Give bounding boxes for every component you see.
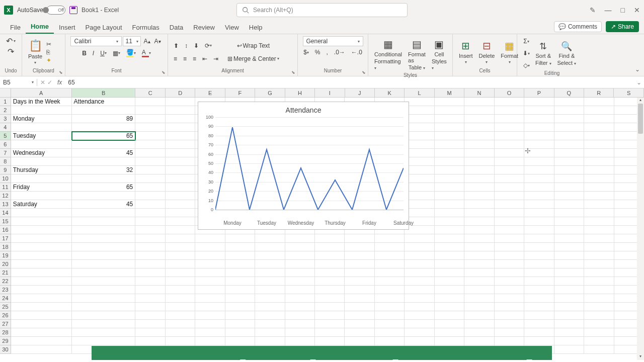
cell[interactable] <box>554 132 584 140</box>
cell[interactable]: Thursday <box>11 166 72 174</box>
cell[interactable] <box>405 260 434 268</box>
cell[interactable] <box>135 286 165 294</box>
column-header[interactable]: P <box>524 88 554 97</box>
cell[interactable] <box>315 286 345 294</box>
cell[interactable]: Days in the Week <box>11 98 72 106</box>
cell[interactable] <box>554 166 584 174</box>
cell[interactable] <box>345 311 374 320</box>
cell[interactable] <box>135 192 165 200</box>
cell[interactable] <box>72 157 136 166</box>
cell[interactable] <box>225 260 255 268</box>
column-header[interactable]: A <box>11 88 72 97</box>
cell[interactable] <box>225 337 255 345</box>
cell[interactable] <box>166 286 195 294</box>
cell[interactable] <box>584 166 614 174</box>
cell[interactable] <box>195 243 225 251</box>
column-header[interactable]: Q <box>554 88 584 97</box>
column-header[interactable]: I <box>315 88 345 97</box>
cell[interactable] <box>435 115 464 123</box>
cell[interactable] <box>405 106 434 115</box>
cell[interactable] <box>166 157 195 166</box>
cell[interactable] <box>464 303 494 311</box>
cell[interactable] <box>285 320 315 328</box>
cell[interactable] <box>166 268 195 277</box>
cell[interactable] <box>435 286 464 294</box>
cell[interactable] <box>524 268 554 277</box>
cell[interactable]: Saturday <box>11 200 72 209</box>
save-icon[interactable] <box>69 6 77 14</box>
tab-page-layout[interactable]: Page Layout <box>80 21 127 34</box>
cell[interactable] <box>315 268 345 277</box>
cell[interactable] <box>11 268 72 277</box>
cell[interactable] <box>405 140 434 149</box>
undo-icon[interactable]: ↶ <box>6 36 13 46</box>
cell[interactable] <box>524 209 554 217</box>
cell[interactable] <box>524 166 554 174</box>
cell[interactable] <box>584 183 614 192</box>
expand-formula-bar-icon[interactable]: ⌄ <box>634 79 644 86</box>
cell[interactable] <box>524 234 554 243</box>
cell[interactable] <box>255 234 285 243</box>
cell[interactable] <box>315 320 345 328</box>
cell[interactable] <box>285 311 315 320</box>
formula-input[interactable]: 65 <box>64 79 634 86</box>
cell[interactable] <box>166 115 195 123</box>
enter-formula-icon[interactable]: ✓ <box>47 79 52 86</box>
cell[interactable] <box>464 337 494 345</box>
cell[interactable] <box>495 174 524 183</box>
cell[interactable] <box>584 157 614 166</box>
cell[interactable] <box>584 209 614 217</box>
cell[interactable] <box>72 106 136 115</box>
cell[interactable] <box>345 277 374 286</box>
cell[interactable] <box>375 243 405 251</box>
cell[interactable] <box>554 277 584 286</box>
cell[interactable] <box>524 303 554 311</box>
cell[interactable] <box>584 234 614 243</box>
cell[interactable] <box>405 277 434 286</box>
cell[interactable] <box>464 200 494 209</box>
cell[interactable] <box>285 294 315 303</box>
cell[interactable] <box>345 294 374 303</box>
row-header[interactable]: 2 <box>0 106 11 115</box>
cell[interactable] <box>435 226 464 234</box>
cell[interactable] <box>11 106 72 115</box>
cell[interactable] <box>464 166 494 174</box>
cell[interactable] <box>554 115 584 123</box>
cell[interactable] <box>375 303 405 311</box>
cell[interactable] <box>255 260 285 268</box>
cell[interactable] <box>166 294 195 303</box>
row-header[interactable]: 24 <box>0 294 11 303</box>
cell[interactable] <box>11 286 72 294</box>
cell[interactable] <box>405 149 434 157</box>
cell[interactable] <box>225 311 255 320</box>
cell[interactable] <box>495 277 524 286</box>
cell[interactable] <box>285 260 315 268</box>
cell[interactable] <box>495 149 524 157</box>
cell[interactable] <box>524 183 554 192</box>
cell[interactable] <box>315 277 345 286</box>
cell[interactable] <box>166 98 195 106</box>
cell[interactable] <box>72 174 136 183</box>
cell[interactable] <box>524 320 554 328</box>
cell[interactable] <box>464 174 494 183</box>
cell[interactable] <box>285 328 315 337</box>
cell[interactable] <box>464 132 494 140</box>
font-size-select[interactable]: 11▾ <box>123 36 141 46</box>
cell[interactable] <box>375 251 405 260</box>
cell[interactable] <box>375 234 405 243</box>
cell[interactable] <box>135 268 165 277</box>
tab-formulas[interactable]: Formulas <box>127 21 165 34</box>
cell[interactable] <box>524 260 554 268</box>
row-header[interactable]: 5 <box>0 132 11 140</box>
cell[interactable] <box>524 217 554 226</box>
cell[interactable] <box>464 268 494 277</box>
autosave-toggle[interactable]: AutoSave Off <box>17 6 65 15</box>
cell[interactable] <box>166 106 195 115</box>
cell[interactable] <box>554 303 584 311</box>
cell[interactable] <box>554 294 584 303</box>
cell[interactable] <box>11 174 72 183</box>
cell[interactable] <box>464 209 494 217</box>
cell[interactable] <box>584 226 614 234</box>
cell[interactable] <box>435 260 464 268</box>
cell[interactable] <box>554 140 584 149</box>
